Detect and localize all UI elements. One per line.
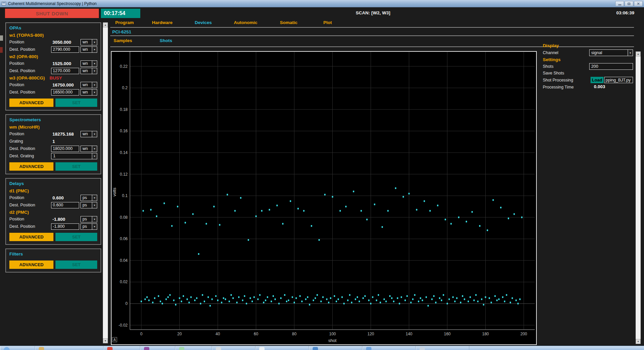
taskbar-button[interactable] xyxy=(212,346,256,350)
load-button[interactable]: Load xyxy=(591,77,604,83)
shots-plot[interactable]: -0.0200.020.040.060.080.10.120.140.160.1… xyxy=(111,51,537,345)
close-button[interactable]: ✕ xyxy=(634,1,643,6)
scroll-up-icon[interactable]: ▲ xyxy=(636,51,641,56)
unit-select[interactable]: wn▼ xyxy=(80,82,97,88)
unit-select[interactable]: ps▼ xyxy=(80,223,97,230)
menu-item-devices[interactable]: Devices xyxy=(195,20,212,25)
status-badge: BUSY xyxy=(49,75,62,80)
x-tick-label: 200 xyxy=(520,332,527,336)
taskbar[interactable] xyxy=(0,346,644,350)
position-value: 0.600 xyxy=(51,195,79,200)
menu-item-autonomic[interactable]: Autonomic xyxy=(234,20,258,25)
unit-select[interactable]: wn▼ xyxy=(80,89,97,96)
unit-select[interactable]: ps▼ xyxy=(80,195,97,201)
set-button[interactable]: SET xyxy=(55,233,97,241)
chevron-down-icon[interactable]: ▼ xyxy=(92,82,97,88)
chevron-down-icon[interactable]: ▼ xyxy=(92,153,97,159)
chevron-down-icon[interactable]: ▼ xyxy=(92,90,97,95)
y-tick-label: 0.16 xyxy=(120,129,128,133)
advanced-button[interactable]: ADVANCED xyxy=(9,99,53,107)
chevron-down-icon[interactable]: ▼ xyxy=(92,146,97,152)
settings-header: Settings xyxy=(543,57,560,62)
x-tick-label: 180 xyxy=(482,332,489,336)
minimize-button[interactable] xyxy=(615,1,624,6)
advanced-button[interactable]: ADVANCED xyxy=(9,162,53,171)
dest-position-input[interactable]: 16500.000 xyxy=(51,89,79,96)
unit-select[interactable]: ps▼ xyxy=(80,216,97,222)
set-button[interactable]: SET xyxy=(55,162,97,171)
unit-select[interactable]: wn▼ xyxy=(80,146,97,152)
tab-shots[interactable]: Shots xyxy=(160,38,172,43)
group-name-text: w1 (TOPAS-800) xyxy=(9,33,44,38)
section-title: Filters xyxy=(9,251,97,258)
taskbar-button[interactable] xyxy=(104,346,140,350)
taskbar-button[interactable] xyxy=(309,346,362,350)
dest-position-input[interactable]: 18020.000 xyxy=(51,146,79,152)
sidebar-scrollbar[interactable]: ▲ ▼ xyxy=(103,22,108,343)
chevron-down-icon[interactable]: ▼ xyxy=(92,195,97,201)
dest-position-input[interactable]: 2790.000 xyxy=(51,46,79,53)
device-tab-pci-6251[interactable]: PCI-6251 xyxy=(112,29,131,34)
taskbar-button[interactable] xyxy=(140,346,175,350)
dest-position-input[interactable]: -1.800 xyxy=(51,223,79,230)
tab-samples[interactable]: Samples xyxy=(114,38,132,43)
clock: 03:06:39 xyxy=(616,10,634,15)
unit-select[interactable]: wn▼ xyxy=(80,68,97,74)
chevron-down-icon[interactable]: ▼ xyxy=(92,224,97,229)
advanced-button[interactable]: ADVANCED xyxy=(9,260,53,269)
shutdown-button[interactable]: SHUT DOWN xyxy=(5,9,99,18)
menu-item-somatic[interactable]: Somatic xyxy=(280,20,298,25)
group-name-text: wm (MicroHR) xyxy=(9,125,40,130)
position-value: 16750.000 xyxy=(51,82,79,88)
unit-select[interactable]: ps▼ xyxy=(80,202,97,208)
chevron-down-icon[interactable]: ▼ xyxy=(92,61,97,66)
unit-select[interactable]: wn▼ xyxy=(80,131,97,137)
scatter-points xyxy=(141,187,522,307)
set-button[interactable]: SET xyxy=(55,260,97,269)
window-title: Coherent Multidimensional Spectroscopy |… xyxy=(8,1,97,6)
unit-value: wn xyxy=(81,131,92,137)
taskbar-button[interactable] xyxy=(175,346,212,350)
menu-item-program[interactable]: Program xyxy=(115,20,134,25)
taskbar-app-icon xyxy=(216,347,221,350)
save-shots-label[interactable]: Save Shots xyxy=(543,71,564,75)
set-button[interactable]: SET xyxy=(55,99,97,107)
unit-select[interactable]: wn▼ xyxy=(80,60,97,67)
scatter-plot[interactable]: -0.0200.020.040.060.080.10.120.140.160.1… xyxy=(112,52,536,344)
panel-scrollbar[interactable]: ▲ ▼ xyxy=(636,51,641,344)
scroll-down-icon[interactable]: ▼ xyxy=(103,338,108,343)
taskbar-button[interactable] xyxy=(416,346,469,350)
scroll-down-icon[interactable]: ▼ xyxy=(636,339,641,344)
restore-button[interactable] xyxy=(625,1,633,6)
chevron-down-icon[interactable]: ▼ xyxy=(92,47,97,52)
section-delays: Delaysd1 (PMC)Position0.600ps▼Dest. Posi… xyxy=(5,178,101,245)
dest-grating-select[interactable]: 1▼ xyxy=(51,153,97,159)
taskbar-button[interactable] xyxy=(0,346,35,350)
taskbar-app-icon xyxy=(107,347,113,350)
chevron-down-icon[interactable]: ▼ xyxy=(92,131,97,137)
taskbar-button[interactable] xyxy=(362,346,416,350)
dest-position-input[interactable]: 0.600 xyxy=(51,202,79,208)
menu-item-hardware[interactable]: Hardware xyxy=(152,20,173,25)
scroll-up-icon[interactable]: ▲ xyxy=(103,22,108,27)
taskbar-button[interactable] xyxy=(35,346,104,350)
chevron-down-icon[interactable]: ▼ xyxy=(92,39,97,45)
shots-input[interactable]: 200 xyxy=(589,63,633,70)
unit-select[interactable]: wn▼ xyxy=(80,46,97,53)
auto-range-button[interactable]: A xyxy=(112,337,117,342)
background-icon xyxy=(0,47,3,53)
taskbar-button[interactable] xyxy=(256,346,309,350)
chevron-down-icon[interactable]: ▼ xyxy=(92,216,97,222)
dest-position-input[interactable]: 1270.000 xyxy=(51,68,79,74)
unit-select[interactable]: wn▼ xyxy=(80,39,97,45)
chevron-down-icon[interactable]: ▼ xyxy=(92,68,97,74)
menu-item-plot[interactable]: Plot xyxy=(323,20,332,25)
unit-value: wn xyxy=(81,146,92,152)
field-label: Grating xyxy=(9,139,51,144)
chevron-down-icon[interactable]: ▼ xyxy=(628,50,633,56)
shot-processing-file-input[interactable]: pping_BJT.py xyxy=(604,77,633,83)
chevron-down-icon[interactable]: ▼ xyxy=(92,202,97,208)
channel-select[interactable]: signal ▼ xyxy=(589,49,633,56)
advanced-button[interactable]: ADVANCED xyxy=(9,233,53,241)
x-tick-label: 80 xyxy=(292,332,297,336)
